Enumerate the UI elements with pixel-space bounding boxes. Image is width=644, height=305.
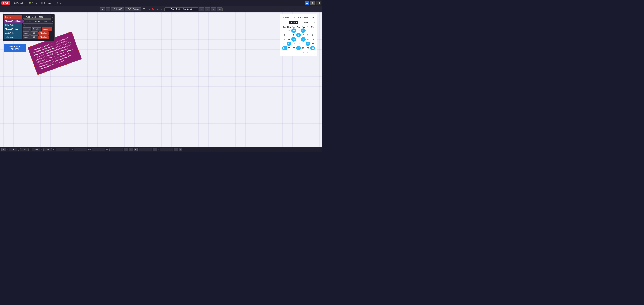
day-cell[interactable]: 12 <box>291 37 296 42</box>
day-cell[interactable]: 22 <box>306 42 310 46</box>
status-down-button[interactable]: ↓ <box>179 148 182 152</box>
copy-button[interactable]: ⧉ <box>199 8 204 11</box>
day-cell[interactable]: 5 <box>301 50 306 55</box>
status-extra1-input[interactable] <box>138 148 152 151</box>
star-button[interactable]: ★ <box>100 8 105 11</box>
day-cell[interactable]: 20 <box>296 42 301 46</box>
status-arrow-button[interactable]: → <box>153 148 157 152</box>
flag-icon[interactable]: ⚑ <box>151 8 155 11</box>
status-close-button[interactable]: ✕ <box>1 148 6 151</box>
day-cell[interactable]: 29 <box>306 46 310 50</box>
day-cell[interactable]: 28 <box>301 46 306 50</box>
elementposition-ignore[interactable]: Ignore <box>23 28 31 31</box>
gear-icon-btn[interactable]: ⚙ <box>310 1 315 6</box>
calendar-next[interactable]: › <box>313 21 315 24</box>
status-x2-button[interactable]: ✕ <box>129 148 133 152</box>
chevron-settings: ▾ <box>52 2 52 4</box>
settings-icon: ⚙ <box>41 2 43 4</box>
cloud-icon-btn[interactable]: ☁ <box>304 1 309 6</box>
status-dy-input[interactable] <box>74 148 87 151</box>
elementclassname-icon[interactable]: ● <box>52 20 54 22</box>
day-cell[interactable]: 18 <box>286 42 291 46</box>
day-cell[interactable]: 16 <box>310 37 315 42</box>
day-cell[interactable]: 2 <box>310 28 315 33</box>
day-cell[interactable]: 3 <box>291 50 296 55</box>
nav-settings[interactable]: ⚙ Settings ▾ <box>39 1 54 5</box>
toolbar-actions: ⧉ ✕ ⊞ ⚙ <box>199 8 222 11</box>
day-cell[interactable]: 23 <box>310 42 315 46</box>
moon-icon-btn[interactable]: 🌙 <box>316 1 321 6</box>
calendar-input[interactable] <box>282 16 315 19</box>
heightstyle-auto[interactable]: Auto <box>23 36 30 39</box>
nav-project[interactable]: 🗂 Project ▾ <box>12 1 26 5</box>
day-cell[interactable]: 5 <box>291 33 296 37</box>
twebbutton-obj-0003[interactable]: TWebButton Obj-0003 <box>4 44 26 52</box>
day-cell[interactable]: 2 <box>286 50 291 55</box>
status-dx-input[interactable] <box>56 148 70 151</box>
object-name-input[interactable] <box>164 8 198 11</box>
day-cell[interactable]: 6 <box>306 50 310 55</box>
nav-help[interactable]: ⊕ Help ▾ <box>55 1 66 5</box>
status-x-input[interactable] <box>9 148 17 151</box>
nav-right-buttons: ☁ ⚙ 🌙 <box>304 1 321 6</box>
widthstyle-auto[interactable]: Auto <box>23 32 30 35</box>
day-cell[interactable]: 11 <box>286 37 291 42</box>
toolbar-left: ★ ↑ Obj-0003 TWebButton <box>100 8 141 11</box>
day-cell[interactable]: 4 <box>286 33 291 37</box>
status-w-input[interactable] <box>32 148 40 151</box>
calendar-month-select[interactable]: April <box>289 20 298 24</box>
heightstyle-100[interactable]: 100% <box>30 36 38 39</box>
day-cell[interactable]: 8 <box>306 33 310 37</box>
day-cell[interactable]: 14 <box>301 37 306 42</box>
day-cell[interactable]: 25 <box>286 46 291 50</box>
close-toolbar-button[interactable]: ✕ <box>205 8 210 11</box>
widthstyle-absolute[interactable]: Absolute <box>38 32 49 35</box>
day-cell[interactable]: 28 <box>286 28 291 33</box>
day-cell[interactable]: 19 <box>291 42 296 46</box>
day-cell[interactable]: 15 <box>306 37 310 42</box>
status-dh-input[interactable] <box>110 148 123 151</box>
day-cell[interactable]: 24 <box>282 46 286 50</box>
day-cell[interactable]: 10 <box>282 37 286 42</box>
day-cell[interactable]: 1 <box>282 50 286 55</box>
nav-add[interactable]: 🧩 Add ▾ <box>27 1 38 5</box>
up-button[interactable]: ↑ <box>106 8 110 11</box>
calendar-prev[interactable]: ‹ <box>282 21 284 24</box>
settings-toolbar-button[interactable]: ⚙ <box>217 8 222 11</box>
day-cell[interactable]: 27 <box>296 46 301 50</box>
day-cell[interactable]: 31 <box>301 28 306 33</box>
status-check-button[interactable]: ✓ <box>124 148 128 152</box>
heightstyle-absolute[interactable]: Absolute <box>38 36 49 39</box>
status-circle-button[interactable]: ● <box>134 148 138 152</box>
duplicate-button[interactable]: ⊞ <box>211 8 216 11</box>
menu-icon[interactable]: ☰ <box>142 8 146 11</box>
day-cell[interactable]: 17 <box>282 42 286 46</box>
day-cell[interactable]: 7 <box>310 50 315 55</box>
tag-icon[interactable]: 🏷 <box>146 8 150 11</box>
day-cell[interactable]: 9 <box>310 33 315 37</box>
download-icon[interactable]: ⊡ <box>160 8 164 11</box>
widthstyle-100[interactable]: 100% <box>30 32 38 35</box>
day-header-sat: Sat <box>310 26 315 28</box>
day-cell[interactable]: 29 <box>291 28 296 33</box>
day-cell[interactable]: 30 <box>296 28 301 33</box>
status-h-input[interactable] <box>43 148 52 151</box>
day-cell[interactable]: 6 <box>296 33 301 37</box>
day-cell[interactable]: 27 <box>282 28 286 33</box>
day-cell[interactable]: 30 <box>310 46 315 50</box>
elementposition-relative[interactable]: Relative <box>32 28 41 31</box>
day-cell[interactable]: 21 <box>301 42 306 46</box>
day-cell[interactable]: 7 <box>301 33 306 37</box>
day-cell[interactable]: 4 <box>296 50 301 55</box>
day-cell[interactable]: 3 <box>282 33 286 37</box>
status-dw-input[interactable] <box>92 148 105 151</box>
elementposition-absolute[interactable]: Absolute <box>42 28 52 31</box>
day-cell[interactable]: 1 <box>306 28 310 33</box>
day-cell[interactable]: 13 <box>296 37 301 42</box>
status-up-button[interactable]: ↑ <box>174 148 178 152</box>
status-y-input[interactable] <box>20 148 28 151</box>
plus-circle-icon[interactable]: ⊕ <box>156 8 159 11</box>
status-extra2-input[interactable] <box>160 148 173 151</box>
day-cell[interactable]: 26 <box>291 46 296 50</box>
caption-icon[interactable]: ● <box>52 16 54 18</box>
